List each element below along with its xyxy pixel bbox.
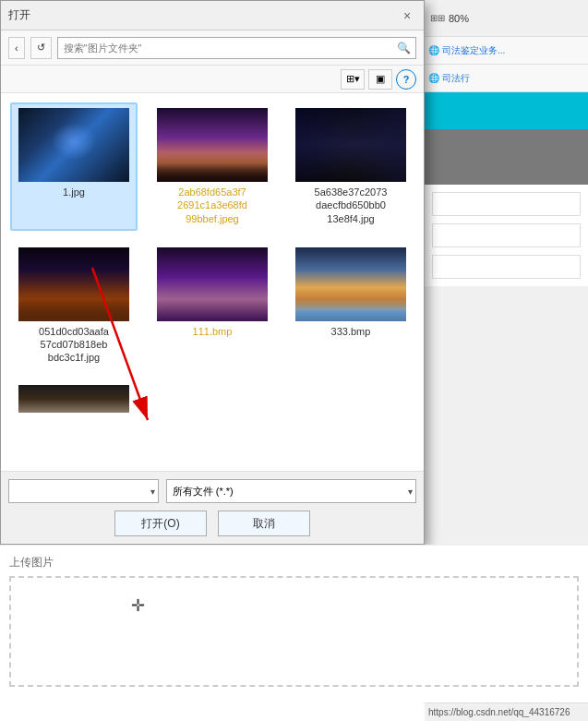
address-bar-2: 🌐 司法行 bbox=[425, 65, 588, 92]
dialog-toolbar: ‹ ↺ 🔍 bbox=[1, 30, 424, 66]
form-field-1 bbox=[432, 192, 581, 216]
browser-toolbar: ⊞⊞ 80% bbox=[425, 0, 588, 37]
file-thumbnail bbox=[295, 108, 406, 182]
file-thumbnail bbox=[18, 247, 129, 321]
view-dropdown-icon: ▾ bbox=[354, 73, 360, 85]
globe-icon-2: 🌐 bbox=[428, 73, 439, 83]
zoom-icon: ⊞⊞ bbox=[430, 13, 445, 23]
cancel-button[interactable]: 取消 bbox=[218, 511, 310, 536]
upload-area: 上传图片 bbox=[0, 545, 588, 721]
file-name: 1.jpg bbox=[63, 186, 85, 198]
file-name: 333.bmp bbox=[331, 325, 371, 338]
file-item[interactable] bbox=[10, 381, 138, 416]
search-wrapper: 🔍 bbox=[57, 37, 416, 59]
filename-wrapper: ▾ bbox=[8, 479, 159, 503]
file-item[interactable]: 5a638e37c2073daecfbd650bb013e8f4.jpg bbox=[287, 102, 414, 231]
view-button[interactable]: ⊞ ▾ bbox=[341, 69, 365, 90]
file-thumbnail bbox=[18, 385, 129, 413]
filename-select[interactable] bbox=[8, 479, 159, 503]
color-bar bbox=[425, 92, 588, 129]
file-item[interactable]: 051d0cd03aafa57cd07b818ebbdc3c1f.jpg bbox=[10, 242, 138, 370]
form-fields bbox=[425, 185, 588, 286]
address-bar: 🌐 司法鉴定业务... bbox=[425, 37, 588, 65]
file-item[interactable]: 111.bmp bbox=[149, 242, 276, 370]
help-button[interactable]: ? bbox=[396, 69, 416, 90]
dialog-bottom: ▾ 所有文件 (*.*) 图片文件 JPEG文件 PNG文件 ▾ 打开(O) 取… bbox=[1, 471, 424, 544]
filetype-select[interactable]: 所有文件 (*.*) 图片文件 JPEG文件 PNG文件 bbox=[166, 479, 416, 503]
search-icon: 🔍 bbox=[397, 42, 411, 54]
upload-label: 上传图片 bbox=[9, 556, 54, 569]
file-name: 111.bmp bbox=[193, 325, 233, 338]
search-input[interactable] bbox=[57, 37, 416, 59]
dialog-toolbar2: ⊞ ▾ ▣ ? bbox=[1, 66, 424, 93]
file-name: 051d0cd03aafa57cd07b818ebbdc3c1f.jpg bbox=[39, 325, 109, 365]
zoom-percent: 80% bbox=[449, 13, 469, 24]
status-bar: https://blog.csdn.net/qq_44316726 bbox=[425, 703, 588, 721]
file-item[interactable]: 2ab68fd65a3f72691c1a3e68fd99bbef.jpeg bbox=[149, 102, 276, 231]
form-field-3 bbox=[432, 255, 581, 279]
pane-icon: ▣ bbox=[376, 73, 385, 85]
button-row: 打开(O) 取消 bbox=[8, 511, 416, 536]
status-url: https://blog.csdn.net/qq_44316726 bbox=[428, 707, 570, 717]
pane-button[interactable]: ▣ bbox=[368, 69, 392, 90]
globe-icon: 🌐 bbox=[428, 45, 439, 55]
dialog-title: 打开 bbox=[8, 7, 30, 23]
form-field-2 bbox=[432, 223, 581, 247]
file-name: 5a638e37c2073daecfbd650bb013e8f4.jpg bbox=[315, 186, 388, 225]
file-item[interactable]: 1.jpg bbox=[10, 102, 138, 231]
file-thumbnail bbox=[18, 108, 129, 182]
filetype-wrapper: 所有文件 (*.*) 图片文件 JPEG文件 PNG文件 ▾ bbox=[166, 479, 416, 503]
upload-dropzone[interactable] bbox=[9, 576, 579, 687]
dialog-close-button[interactable]: × bbox=[398, 6, 416, 25]
file-grid: 1.jpg 2ab68fd65a3f72691c1a3e68fd99bbef.j… bbox=[1, 93, 424, 471]
open-button[interactable]: 打开(O) bbox=[114, 511, 207, 536]
addr-text-2: 司法行 bbox=[442, 72, 470, 85]
dialog-titlebar: 打开 × bbox=[1, 1, 424, 30]
file-name: 2ab68fd65a3f72691c1a3e68fd99bbef.jpeg bbox=[177, 186, 247, 225]
file-thumbnail bbox=[157, 108, 268, 182]
file-dialog: 打开 × ‹ ↺ 🔍 ⊞ ▾ ▣ ? 1.jpg 2ab68fd65a3f726… bbox=[0, 0, 425, 545]
filter-row: ▾ 所有文件 (*.*) 图片文件 JPEG文件 PNG文件 ▾ bbox=[8, 479, 416, 503]
view-icon: ⊞ bbox=[346, 73, 354, 85]
file-item[interactable]: 333.bmp bbox=[287, 242, 414, 370]
file-thumbnail bbox=[157, 247, 268, 321]
refresh-button[interactable]: ↺ bbox=[30, 37, 52, 59]
gray-area bbox=[425, 129, 588, 185]
back-button[interactable]: ‹ bbox=[8, 37, 25, 59]
addr-text-1: 司法鉴定业务... bbox=[442, 44, 505, 57]
file-thumbnail bbox=[295, 247, 406, 321]
